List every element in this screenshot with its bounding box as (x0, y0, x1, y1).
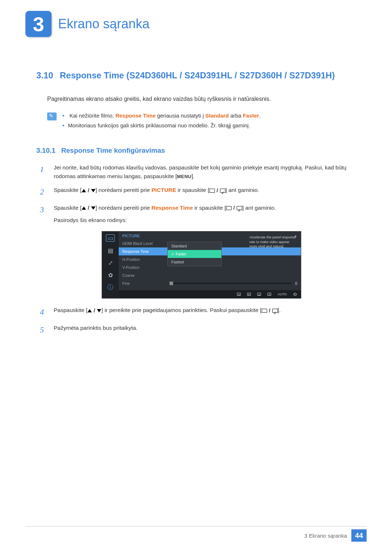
footer-label: 3 Ekrano sąranka (304, 533, 347, 539)
menu-button-label: MENU (177, 174, 191, 179)
page-header: 3 Ekrano sąranka (25, 11, 367, 37)
osd-slider-value: 0 (295, 281, 297, 286)
osd-screenshot: ▭ ▤ ⤢ ✿ ⓘ PICTURE ▲ HDMI Black Level Res… (102, 231, 356, 299)
note-icon (47, 112, 57, 120)
up-down-icon: / (82, 204, 95, 212)
step-1: 1 Jei norite, kad būtų rodomas klavišų v… (40, 163, 356, 181)
page-footer: 3 Ekrano sąranka 44 (25, 526, 367, 542)
section-number: 3.10 (36, 70, 53, 81)
osd-tab-color-icon: ▤ (106, 247, 115, 254)
up-down-icon: / (82, 186, 95, 195)
subsection-heading: 3.10.1Response Time konfigūravimas (36, 147, 356, 155)
section-title: Response Time (S24D360HL / S24D391HL / S… (60, 70, 335, 81)
osd-tab-picture-icon: ▭ (106, 234, 115, 242)
osd-nav-up-icon: ▴ (257, 293, 261, 296)
source-enter-icon: / (262, 306, 278, 315)
osd-row-label: H-Position (122, 257, 166, 262)
osd-submenu-item: Fastest (168, 258, 221, 266)
chapter-number-badge: 3 (25, 11, 52, 37)
section-intro: Pagreitinamas ekrano atsako greitis, kad… (47, 96, 356, 102)
osd-submenu-item: Standard (168, 242, 221, 250)
up-down-icon: / (87, 306, 101, 315)
osd-bottom-bar: ◂ ▾ ▴ ↲ AUTO ⏻ (119, 290, 301, 298)
osd-description: Accelerate the panel response rate to ma… (248, 234, 299, 250)
note-box: Kai nežiūrite filmo, Response Time geria… (47, 112, 356, 132)
osd-row-label: Fine (122, 281, 166, 286)
note-item: Kai nežiūrite filmo, Response Time geria… (62, 112, 261, 119)
osd-power-icon: ⏻ (293, 292, 297, 296)
osd-row-label: V-Position (122, 265, 166, 270)
osd-nav-down-icon: ▾ (247, 293, 251, 296)
source-enter-icon: / (226, 204, 242, 212)
step-5: 5 Pažymėta parinktis bus pritaikyta. (40, 324, 356, 336)
step-3: 3 Spauskite [/] norėdami pereiti prie Re… (40, 204, 356, 225)
osd-tab-settings-icon: ✿ (106, 271, 115, 279)
osd-auto-label: AUTO (278, 292, 287, 296)
step-2: 2 Spauskite [/] norėdami pereiti prie PI… (40, 186, 356, 198)
chapter-title: Ekrano sąranka (58, 16, 150, 32)
osd-row-label: HDMI Black Level (122, 241, 166, 246)
source-enter-icon: / (209, 186, 225, 195)
osd-slider (170, 283, 291, 284)
osd-tab-size-icon: ⤢ (106, 259, 115, 266)
osd-row-label: Coarse (122, 273, 166, 278)
step-4: 4 Paspauskite [/] ir pereikite prie page… (40, 306, 356, 318)
note-item: Monitoriaus funkcijos gali skirtis prikl… (62, 122, 261, 128)
osd-submenu-item: Faster (168, 250, 221, 258)
osd-tab-info-icon: ⓘ (106, 284, 115, 291)
osd-nav-left-icon: ◂ (237, 293, 241, 296)
section-heading: 3.10 Response Time (S24D360HL / S24D391H… (36, 70, 356, 81)
osd-title: PICTURE (122, 234, 140, 238)
page-number: 44 (351, 529, 367, 542)
osd-submenu: Standard Faster Fastest (167, 242, 222, 266)
osd-nav-enter-icon: ↲ (268, 293, 271, 296)
osd-row-label: Response Time (122, 249, 166, 254)
